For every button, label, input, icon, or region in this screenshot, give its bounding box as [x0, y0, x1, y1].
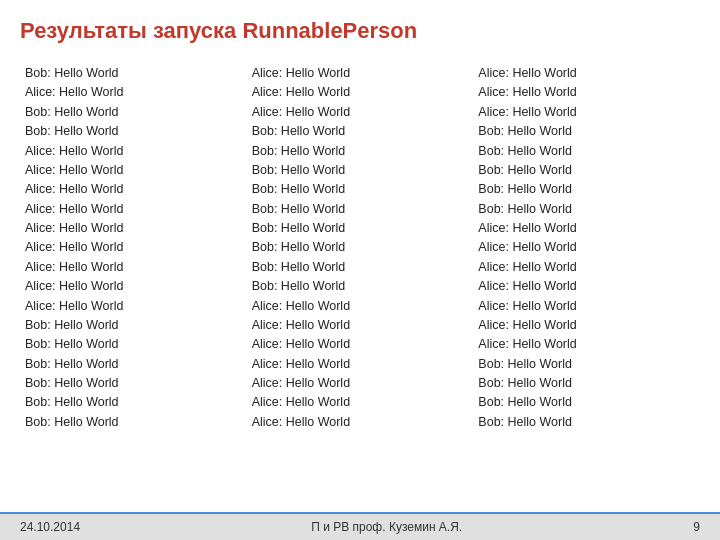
slide-title: Результаты запуска RunnablePerson	[20, 18, 700, 44]
output-line: Bob: Hello World	[252, 142, 469, 161]
output-line: Alice: Hello World	[25, 83, 242, 102]
output-line: Alice: Hello World	[478, 277, 695, 296]
output-line: Bob: Hello World	[478, 413, 695, 432]
output-line: Bob: Hello World	[25, 122, 242, 141]
output-line: Alice: Hello World	[252, 316, 469, 335]
slide-footer: 24.10.2014 П и РВ проф. Куземин А.Я. 9	[0, 512, 720, 540]
output-line: Alice: Hello World	[25, 297, 242, 316]
output-line: Bob: Hello World	[252, 161, 469, 180]
output-line: Alice: Hello World	[478, 238, 695, 257]
output-line: Alice: Hello World	[478, 258, 695, 277]
output-column-0: Bob: Hello WorldAlice: Hello WorldBob: H…	[20, 64, 247, 502]
output-line: Bob: Hello World	[252, 277, 469, 296]
output-line: Bob: Hello World	[252, 180, 469, 199]
output-line: Bob: Hello World	[478, 142, 695, 161]
output-line: Alice: Hello World	[252, 374, 469, 393]
output-line: Alice: Hello World	[252, 355, 469, 374]
output-line: Bob: Hello World	[252, 258, 469, 277]
output-line: Bob: Hello World	[478, 355, 695, 374]
output-line: Bob: Hello World	[478, 393, 695, 412]
output-line: Alice: Hello World	[252, 413, 469, 432]
output-line: Alice: Hello World	[478, 103, 695, 122]
output-line: Alice: Hello World	[25, 277, 242, 296]
output-line: Alice: Hello World	[252, 83, 469, 102]
output-line: Alice: Hello World	[478, 316, 695, 335]
output-line: Bob: Hello World	[252, 200, 469, 219]
output-line: Bob: Hello World	[252, 238, 469, 257]
output-line: Alice: Hello World	[478, 83, 695, 102]
output-line: Bob: Hello World	[25, 64, 242, 83]
output-line: Bob: Hello World	[25, 393, 242, 412]
output-line: Alice: Hello World	[252, 297, 469, 316]
output-line: Bob: Hello World	[25, 355, 242, 374]
output-line: Bob: Hello World	[252, 219, 469, 238]
output-line: Bob: Hello World	[25, 335, 242, 354]
footer-page: 9	[693, 520, 700, 534]
slide: Результаты запуска RunnablePerson Bob: H…	[0, 0, 720, 540]
output-line: Alice: Hello World	[25, 161, 242, 180]
output-column-2: Alice: Hello WorldAlice: Hello WorldAlic…	[473, 64, 700, 502]
output-line: Alice: Hello World	[478, 335, 695, 354]
output-line: Bob: Hello World	[25, 316, 242, 335]
output-line: Alice: Hello World	[478, 297, 695, 316]
output-line: Alice: Hello World	[25, 180, 242, 199]
output-line: Alice: Hello World	[25, 219, 242, 238]
slide-content: Bob: Hello WorldAlice: Hello WorldBob: H…	[0, 54, 720, 512]
output-line: Alice: Hello World	[478, 64, 695, 83]
footer-date: 24.10.2014	[20, 520, 80, 534]
output-line: Bob: Hello World	[25, 103, 242, 122]
output-line: Bob: Hello World	[478, 200, 695, 219]
output-column-1: Alice: Hello WorldAlice: Hello WorldAlic…	[247, 64, 474, 502]
output-line: Bob: Hello World	[478, 161, 695, 180]
output-line: Alice: Hello World	[478, 219, 695, 238]
output-line: Alice: Hello World	[252, 103, 469, 122]
output-line: Alice: Hello World	[25, 200, 242, 219]
output-line: Bob: Hello World	[478, 122, 695, 141]
output-line: Bob: Hello World	[25, 413, 242, 432]
output-area: Bob: Hello WorldAlice: Hello WorldBob: H…	[20, 64, 700, 502]
output-line: Alice: Hello World	[252, 64, 469, 83]
output-line: Alice: Hello World	[252, 335, 469, 354]
slide-header: Результаты запуска RunnablePerson	[0, 0, 720, 54]
output-line: Bob: Hello World	[25, 374, 242, 393]
output-line: Bob: Hello World	[478, 374, 695, 393]
footer-author: П и РВ проф. Куземин А.Я.	[311, 520, 462, 534]
output-line: Bob: Hello World	[252, 122, 469, 141]
output-line: Bob: Hello World	[478, 180, 695, 199]
output-line: Alice: Hello World	[25, 238, 242, 257]
output-line: Alice: Hello World	[25, 258, 242, 277]
output-line: Alice: Hello World	[25, 142, 242, 161]
output-line: Alice: Hello World	[252, 393, 469, 412]
